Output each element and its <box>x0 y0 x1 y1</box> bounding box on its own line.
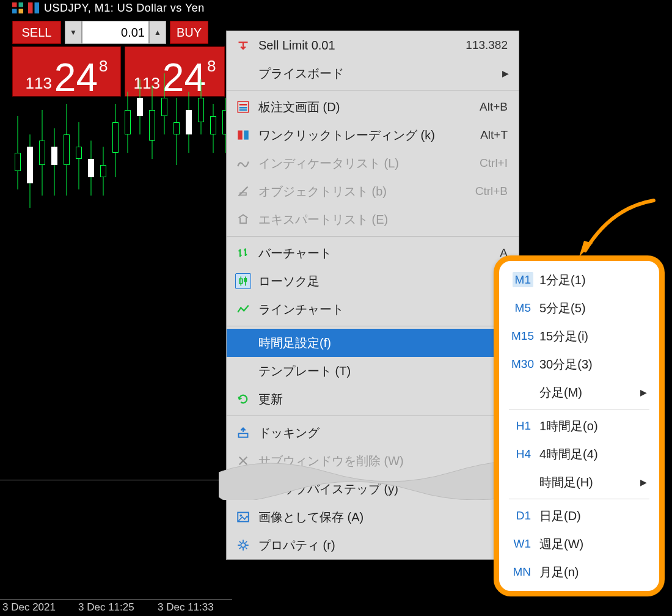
svg-rect-7 <box>239 104 247 106</box>
timeframe-item[interactable]: H11時間足(o) <box>500 412 658 440</box>
sell-button[interactable]: SELL <box>12 21 61 44</box>
annotation-arrow-icon <box>574 196 660 263</box>
grid-icon <box>12 2 23 13</box>
menu-item[interactable]: Sell Limit 0.01113.382 <box>227 31 519 59</box>
timeframe-label: 週足(W) <box>539 536 658 552</box>
timeframe-code: MN <box>509 565 539 579</box>
timeframe-code: M15 <box>509 329 539 343</box>
menu-item[interactable]: プロパティ (r) <box>227 531 519 559</box>
time-tick: 3 Dec 11:33 <box>158 601 214 614</box>
menu-item-label: プライスボード <box>258 65 519 82</box>
volume-up-button[interactable]: ▲ <box>149 21 166 44</box>
menu-item-label: バーチャート <box>258 245 519 262</box>
menu-item[interactable]: 更新 <box>227 385 519 413</box>
sell-icon <box>235 37 251 53</box>
menu-item-label: ワンクリックトレーディング (k) <box>258 127 519 144</box>
menu-item[interactable]: テンプレート (T) <box>227 357 519 385</box>
menu-item-label: 更新 <box>258 391 519 408</box>
menu-item-label: テンプレート (T) <box>258 363 519 380</box>
chart-title-bar: USDJPY, M1: US Dollar vs Yen <box>0 0 205 16</box>
step-icon <box>235 481 251 497</box>
menu-item[interactable]: ワンクリックトレーディング (k)Alt+T <box>227 121 519 149</box>
menu-item-label: プロパティ (r) <box>258 537 519 554</box>
timeframe-item[interactable]: M11分足(1) <box>500 266 658 294</box>
menu-item-label: ステップバイステップ (y) <box>258 481 519 497</box>
timeframe-item[interactable]: MN月足(n) <box>500 558 658 586</box>
object-icon <box>235 183 251 199</box>
timeframe-code: M30 <box>509 358 539 371</box>
timeframe-item[interactable]: M55分足(5) <box>500 294 658 322</box>
svg-rect-0 <box>12 2 17 7</box>
timeframe-label: 15分足(i) <box>539 328 658 345</box>
delete-icon <box>235 453 251 469</box>
one-click-icon <box>28 2 39 13</box>
timeframe-item[interactable]: 分足(M)▶ <box>500 378 658 406</box>
menu-item[interactable]: ラインチャートA <box>227 295 519 323</box>
menu-item-label: ラインチャート <box>258 301 519 318</box>
timeframe-item[interactable]: M3030分足(3) <box>500 350 658 378</box>
svg-rect-1 <box>19 2 24 7</box>
menu-separator <box>509 409 649 409</box>
menu-item[interactable]: 板注文画面 (D)Alt+B <box>227 93 519 121</box>
menu-item-label: ローソク足 <box>258 273 519 290</box>
volume-down-button[interactable]: ▼ <box>65 21 82 44</box>
bar-chart-icon <box>235 245 251 261</box>
timeframe-code: M1 <box>509 273 539 287</box>
timeframe-code: W1 <box>509 537 539 551</box>
svg-rect-8 <box>239 107 247 109</box>
svg-rect-11 <box>244 131 249 140</box>
timeframe-item[interactable]: H44時間足(4) <box>500 440 658 468</box>
properties-icon <box>235 537 251 553</box>
timeframe-label: 日足(D) <box>539 508 658 524</box>
docking-icon <box>235 425 251 441</box>
menu-item-shortcut: Ctrl+I <box>480 156 508 170</box>
menu-item-shortcut: Alt+T <box>480 128 508 142</box>
indicator-icon <box>235 155 251 171</box>
menu-item[interactable]: ドッキングA <box>227 419 519 447</box>
timeframe-label: 1分足(1) <box>539 272 658 288</box>
timeframe-item[interactable]: W1週足(W) <box>500 530 658 558</box>
chart-window: USDJPY, M1: US Dollar vs Yen SELL ▼ 0.01… <box>0 0 672 616</box>
menu-item[interactable]: ローソク足A <box>227 267 519 295</box>
volume-input[interactable]: 0.01 <box>82 21 149 44</box>
volume-stepper[interactable]: ▼ 0.01 ▲ <box>65 21 166 44</box>
time-tick: 3 Dec 11:25 <box>78 601 134 614</box>
timeframe-item[interactable]: D1日足(D) <box>500 502 658 530</box>
candlestick-area[interactable] <box>12 86 257 318</box>
menu-separator <box>227 326 519 326</box>
menu-item: オブジェクトリスト (b)Ctrl+B <box>227 177 519 205</box>
chart-context-menu[interactable]: Sell Limit 0.01113.382プライスボード▶板注文画面 (D)A… <box>226 31 519 560</box>
svg-point-19 <box>239 515 242 517</box>
svg-rect-3 <box>19 9 24 14</box>
svg-rect-14 <box>244 278 247 282</box>
expert-icon <box>235 211 251 227</box>
timeframe-label: 4時間足(4) <box>539 446 658 463</box>
menu-item: インディケータリスト (L)Ctrl+I <box>227 149 519 177</box>
menu-item[interactable]: プライスボード▶ <box>227 59 519 87</box>
svg-point-20 <box>241 543 246 548</box>
menu-separator <box>509 499 649 499</box>
timeframe-code: H1 <box>509 419 539 433</box>
timeframe-item[interactable]: M1515分足(i) <box>500 322 658 350</box>
buy-button[interactable]: BUY <box>170 21 208 44</box>
menu-separator <box>227 236 519 237</box>
menu-item-shortcut: Alt+B <box>480 100 508 114</box>
line-chart-icon <box>235 301 251 317</box>
menu-item[interactable]: ステップバイステップ (y) <box>227 475 519 503</box>
timeframe-submenu[interactable]: M11分足(1)M55分足(5)M1515分足(i)M3030分足(3)分足(M… <box>494 255 665 596</box>
timeframe-item[interactable]: 時間足(H)▶ <box>500 468 658 496</box>
menu-item: エキスパートリスト (E) <box>227 205 519 233</box>
svg-rect-4 <box>28 2 33 13</box>
menu-item[interactable]: バーチャートA <box>227 239 519 267</box>
timeframe-label: 1時間足(o) <box>539 418 658 435</box>
svg-rect-15 <box>239 433 248 437</box>
menu-item-label: ドッキング <box>258 425 519 441</box>
submenu-arrow-icon: ▶ <box>640 387 647 397</box>
menu-item-shortcut: Ctrl+B <box>475 185 508 198</box>
ask-line <box>0 480 232 480</box>
refresh-icon <box>235 391 251 407</box>
submenu-arrow-icon: ▶ <box>502 68 509 78</box>
menu-item[interactable]: 時間足設定(f) <box>227 329 519 357</box>
menu-item[interactable]: 画像として保存 (A) <box>227 503 519 531</box>
timeframe-code: H4 <box>509 447 539 461</box>
